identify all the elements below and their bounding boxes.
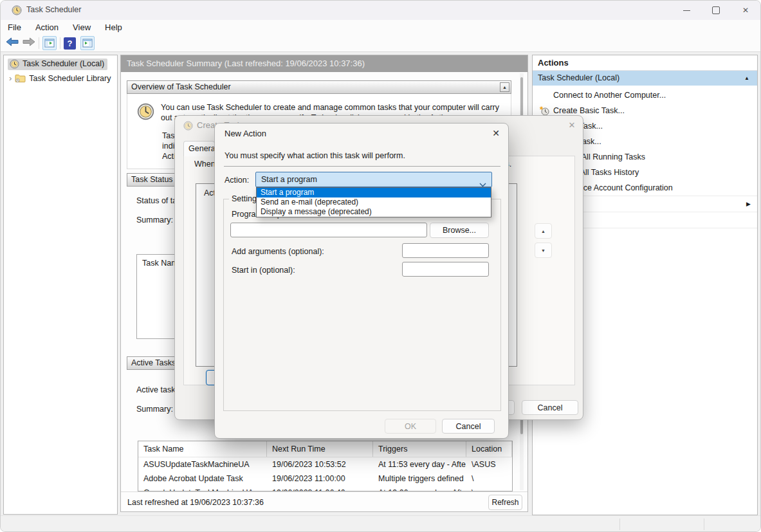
last-refreshed-text: Last refreshed at 19/06/2023 10:37:36: [127, 498, 264, 507]
chevron-right-icon[interactable]: ›: [9, 73, 12, 83]
help-icon: ?: [68, 39, 73, 48]
close-icon: ✕: [742, 6, 749, 15]
tree-item-task-scheduler-library[interactable]: › Task Scheduler Library: [9, 72, 117, 84]
overview-clock-icon: [137, 103, 154, 123]
collapse-up-icon: ▲: [502, 85, 507, 89]
toolbar: ?: [1, 35, 760, 52]
action-combobox[interactable]: Start a program: [255, 172, 492, 187]
dialog-clock-icon: [183, 121, 193, 133]
tree-item-task-scheduler-local[interactable]: Task Scheduler (Local): [8, 58, 117, 70]
show-console-tree-button[interactable]: [42, 36, 57, 50]
menu-file[interactable]: File: [8, 23, 21, 32]
window-title: Task Scheduler: [26, 5, 81, 14]
dropdown-option-start-program[interactable]: Start a program: [257, 188, 491, 197]
menu-view[interactable]: View: [73, 23, 91, 32]
strip-divider: [619, 518, 620, 530]
close-icon[interactable]: ✕: [490, 128, 502, 138]
help-button[interactable]: ?: [64, 37, 76, 50]
task-status-title: Task Status: [131, 175, 173, 184]
refresh-button[interactable]: Refresh: [488, 495, 522, 510]
tab-general[interactable]: General: [183, 141, 215, 156]
add-arguments-input[interactable]: [402, 243, 489, 258]
new-action-title: New Action: [225, 129, 266, 138]
action-label: Action:: [225, 176, 249, 185]
col-task-name[interactable]: Task Name: [138, 441, 267, 457]
app-clock-icon: [12, 5, 22, 15]
move-action-down-button[interactable]: ▼: [535, 243, 552, 258]
menu-action[interactable]: Action: [35, 23, 59, 32]
move-action-up-button[interactable]: ▲: [535, 223, 552, 239]
active-tasks-title: Active Tasks: [131, 358, 176, 367]
action-dropdown-list: Start a program Send an e-mail (deprecat…: [256, 187, 491, 217]
collapse-up-icon[interactable]: ▲: [744, 71, 749, 86]
add-arguments-label: Add arguments (optional):: [232, 247, 324, 256]
action-combobox-value: Start a program: [261, 175, 317, 184]
task-scheduler-window: Task Scheduler ✕ File Action View Help ?: [0, 0, 761, 532]
tree-item-label: Task Scheduler Library: [29, 74, 111, 83]
maximize-button[interactable]: [701, 1, 731, 20]
console-tree-icon: [44, 38, 55, 48]
title-bar: Task Scheduler ✕: [1, 1, 760, 20]
overview-section-bar[interactable]: Overview of Task Scheduler ▲: [127, 80, 511, 94]
col-location[interactable]: Location: [466, 441, 512, 457]
table-row[interactable]: Adobe Acrobat Update Task 19/06/2023 11:…: [138, 472, 512, 486]
overview-text-line1: You can use Task Scheduler to create and…: [161, 102, 499, 113]
forward-button[interactable]: [23, 37, 35, 49]
new-action-message: You must specify what action this task w…: [225, 151, 405, 160]
actions-group-label: Task Scheduler (Local): [538, 73, 619, 82]
toolbar-separator: [60, 37, 60, 49]
dropdown-option-display-message[interactable]: Display a message (deprecated): [257, 207, 491, 217]
show-action-pane-button[interactable]: [80, 36, 95, 50]
action-pane-icon: [82, 38, 93, 48]
action-item-connect[interactable]: Connect to Another Computer...: [533, 87, 757, 103]
program-script-input[interactable]: [230, 223, 427, 237]
message-divider: [224, 166, 500, 167]
summary-header: Task Scheduler Summary (Last refreshed: …: [121, 55, 527, 72]
actions-panel-title: Actions: [533, 55, 757, 71]
minimize-button[interactable]: [672, 1, 701, 20]
col-next-run-time[interactable]: Next Run Time: [267, 441, 373, 457]
tree-item-label: Task Scheduler (Local): [23, 59, 104, 68]
browse-button[interactable]: Browse...: [430, 223, 489, 238]
back-button[interactable]: [6, 37, 19, 49]
new-action-ok-button[interactable]: OK: [385, 419, 436, 434]
dropdown-option-send-email[interactable]: Send an e-mail (deprecated): [257, 197, 491, 207]
table-header-row: Task Name Next Run Time Triggers Locatio…: [138, 441, 512, 457]
table-row[interactable]: GoogleUpdateTaskMachineUA 19/06/2023 11:…: [138, 486, 512, 491]
menu-help[interactable]: Help: [105, 23, 122, 32]
start-in-input[interactable]: [402, 262, 489, 277]
clock-icon: [10, 59, 19, 69]
minimize-icon: [683, 10, 690, 11]
collapse-overview-button[interactable]: ▲: [500, 82, 509, 92]
start-in-label: Start in (optional):: [232, 266, 295, 275]
statusbar-divider: [121, 491, 527, 492]
console-tree-panel: Task Scheduler (Local) › Task Scheduler …: [3, 55, 118, 515]
close-icon[interactable]: ✕: [566, 120, 578, 130]
submenu-arrow-icon: ▶: [746, 196, 751, 212]
window-bottom-strip: [1, 515, 760, 532]
active-tasks-table[interactable]: Task Name Next Run Time Triggers Locatio…: [138, 441, 513, 491]
create-task-cancel-button[interactable]: Cancel: [522, 400, 578, 415]
arrow-up-icon: ▲: [541, 229, 546, 234]
maximize-icon: [712, 6, 720, 14]
library-folder-icon: [15, 73, 26, 83]
toolbar-separator: [39, 37, 39, 49]
new-action-dialog: New Action ✕ You must specify what actio…: [214, 123, 509, 439]
strip-divider: [704, 518, 704, 530]
active-tasks-summary: Summary: 1: [136, 405, 179, 414]
overview-title: Overview of Task Scheduler: [131, 82, 231, 91]
close-button[interactable]: ✕: [731, 1, 760, 20]
col-triggers[interactable]: Triggers: [373, 441, 466, 457]
menu-bar: File Action View Help: [1, 20, 760, 35]
table-row[interactable]: ASUSUpdateTaskMachineUA 19/06/2023 10:53…: [138, 457, 512, 472]
new-action-cancel-button[interactable]: Cancel: [442, 419, 495, 434]
arrow-down-icon: ▼: [541, 248, 546, 253]
actions-group-task-scheduler-local[interactable]: Task Scheduler (Local) ▲: [533, 71, 757, 86]
